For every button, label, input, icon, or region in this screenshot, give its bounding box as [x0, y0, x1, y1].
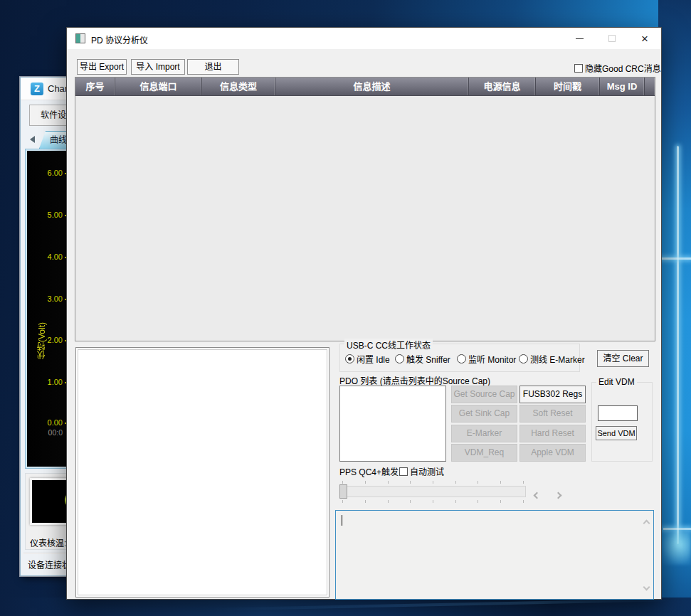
radio-idle-label: 闲置 Idle [357, 353, 390, 365]
y-tick: 5.00 [27, 211, 63, 219]
close-icon: × [641, 33, 648, 45]
wallpaper-glow [662, 532, 691, 565]
column-header-power[interactable]: 电源信息 [469, 78, 536, 95]
radio-sniffer-label: 触发 Sniffer [406, 353, 450, 365]
slider-track[interactable] [339, 486, 526, 497]
y-tick: 6.00 [27, 169, 63, 177]
checkbox-icon[interactable] [399, 467, 408, 476]
emarker-button[interactable]: E-Marker [451, 425, 517, 442]
y-tick: 1.00 [27, 378, 63, 386]
slider-step-right-button[interactable] [556, 488, 561, 501]
auto-test-label: 自动测试 [410, 465, 444, 477]
wallpaper-light-beam [660, 257, 691, 260]
table-header: 序号 信息端口 信息类型 信息描述 电源信息 时间戳 Msg ID [75, 78, 655, 96]
column-header-msgid[interactable]: Msg ID [600, 78, 645, 95]
checkbox-icon[interactable] [574, 64, 583, 73]
pd-app-icon [75, 33, 85, 43]
desktop: Z Charg 软件设置 曲线图 伏特(Volt) 6.00 5.00 4.00… [0, 0, 691, 616]
log-textarea[interactable] [335, 510, 654, 600]
chevron-up-icon [643, 520, 650, 527]
scroll-down-button[interactable] [644, 580, 649, 593]
y-tick: 0.00 [27, 418, 63, 427]
get-source-cap-button[interactable]: Get Source Cap [451, 386, 517, 403]
radio-icon[interactable] [457, 354, 466, 363]
close-button[interactable]: × [628, 28, 662, 49]
column-header-filler [645, 78, 655, 95]
cc-status-options: 闲置 Idle 触发 Sniffer 监听 Monitor 测线 E-Marke… [344, 353, 576, 366]
radio-sniffer[interactable]: 触发 Sniffer [395, 353, 450, 365]
minimize-button[interactable] [564, 28, 596, 49]
hide-crc-label: 隐藏Good CRC消息 [585, 62, 661, 74]
auto-test-checkbox[interactable]: 自动测试 [399, 465, 444, 477]
hide-crc-checkbox[interactable]: 隐藏Good CRC消息 [574, 62, 661, 74]
y-tick: 2.00 [27, 336, 63, 344]
chevron-down-icon [643, 584, 650, 591]
radio-monitor[interactable]: 监听 Monitor [457, 353, 516, 365]
y-tick: 4.00 [27, 253, 63, 261]
chevron-right-icon [555, 492, 562, 499]
hard-reset-button[interactable]: Hard Reset [519, 425, 586, 442]
send-vdm-button[interactable]: Send VDM [596, 426, 637, 440]
edit-vdm-group: Edit VDM Send VDM [591, 382, 653, 462]
pd-analyzer-window: PD 协议分析仪 × 导出 Export 导入 Import 退出 隐藏Good… [66, 27, 662, 600]
slider-handle[interactable] [339, 484, 347, 499]
message-detail-list[interactable] [75, 347, 329, 598]
tab-scroll-left-icon[interactable] [30, 136, 35, 143]
column-header-index[interactable]: 序号 [75, 78, 115, 95]
message-table[interactable]: 序号 信息端口 信息类型 信息描述 电源信息 时间戳 Msg ID [75, 77, 655, 341]
pps-trigger-label: PPS QC4+触发 [339, 465, 399, 477]
scroll-up-button[interactable] [644, 516, 649, 529]
radio-emarker[interactable]: 测线 E-Marker [519, 353, 585, 365]
vdm-req-button[interactable]: VDM_Req [451, 444, 517, 462]
cc-status-group-title: USB-C CC线工作状态 [344, 339, 433, 351]
clear-button[interactable]: 清空 Clear [597, 350, 649, 367]
exit-button[interactable]: 退出 [187, 59, 239, 75]
pps-voltage-slider[interactable] [339, 479, 526, 504]
charger-app-icon: Z [31, 83, 43, 95]
text-cursor [342, 515, 342, 526]
column-header-description[interactable]: 信息描述 [275, 78, 469, 95]
cc-status-group: USB-C CC线工作状态 闲置 Idle 触发 Sniffer 监听 Moni… [339, 344, 580, 372]
vdm-input[interactable] [598, 405, 638, 421]
export-button[interactable]: 导出 Export [77, 59, 127, 75]
radio-idle[interactable]: 闲置 Idle [345, 353, 390, 365]
radio-icon[interactable] [519, 354, 528, 363]
get-sink-cap-button[interactable]: Get Sink Cap [451, 405, 517, 423]
fusb302-regs-button[interactable]: FUSB302 Regs [519, 386, 586, 403]
column-header-timestamp[interactable]: 时间戳 [536, 78, 600, 95]
radio-icon[interactable] [345, 354, 354, 363]
radio-monitor-label: 监听 Monitor [468, 353, 516, 365]
wallpaper-right-panel [658, 0, 691, 616]
chevron-left-icon [534, 492, 541, 499]
pdo-list-label: PDO 列表 (请点击列表中的Source Cap) [339, 374, 490, 386]
column-header-type[interactable]: 信息类型 [202, 78, 275, 95]
import-button[interactable]: 导入 Import [131, 59, 185, 75]
y-tick: 3.00 [27, 294, 63, 303]
pdo-list[interactable] [339, 386, 446, 462]
maximize-icon [608, 35, 616, 42]
slider-step-left-button[interactable] [534, 488, 539, 501]
wallpaper-light-beam [677, 146, 679, 544]
apple-vdm-button[interactable]: Apple VDM [519, 444, 586, 462]
soft-reset-button[interactable]: Soft Reset [519, 405, 586, 423]
radio-icon[interactable] [395, 354, 404, 363]
column-header-port[interactable]: 信息端口 [115, 78, 202, 95]
pd-window-title: PD 协议分析仪 [91, 33, 148, 46]
meter-core-temp-label: 仪表核温: [30, 536, 66, 548]
wallpaper-light-beam [663, 528, 691, 530]
radio-emarker-label: 测线 E-Marker [530, 353, 585, 365]
pd-titlebar[interactable]: PD 协议分析仪 × [67, 28, 661, 49]
maximize-button[interactable] [596, 28, 628, 49]
minimize-icon [576, 38, 584, 39]
edit-vdm-title: Edit VDM [596, 377, 637, 387]
x-tick: 00:0 [33, 428, 63, 437]
